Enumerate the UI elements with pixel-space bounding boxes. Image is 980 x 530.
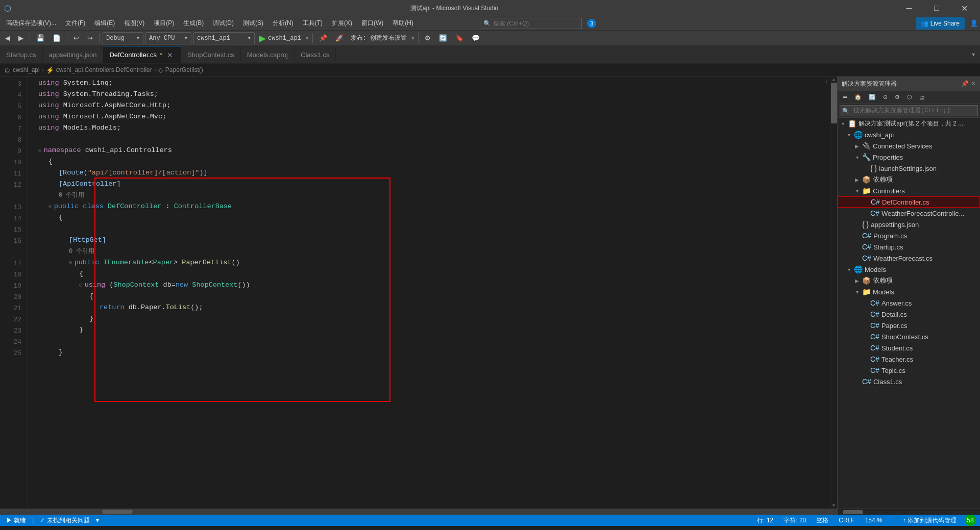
tree-weather-controller[interactable]: ▶ C# WeatherForecastControlle...: [838, 208, 980, 219]
menu-item-view[interactable]: 视图(V): [120, 16, 149, 30]
back-button[interactable]: ◀: [2, 32, 13, 44]
status-no-issues[interactable]: ✓ 未找到相关问题: [38, 516, 91, 525]
menu-item-edit[interactable]: 编辑(E): [90, 16, 119, 30]
collapse-icon-13[interactable]: ⊖: [48, 201, 52, 212]
tree-topic[interactable]: ▶ C# Topic.cs: [838, 365, 980, 376]
publish-dropdown[interactable]: ▾: [411, 34, 415, 42]
forward-button[interactable]: ▶: [15, 32, 27, 44]
tree-paper[interactable]: ▶ C# Paper.cs: [838, 320, 980, 331]
tree-program[interactable]: ▶ C# Program.cs: [838, 230, 980, 241]
run-dropdown-arrow[interactable]: ▾: [305, 34, 309, 42]
save-button[interactable]: 📄: [50, 32, 64, 44]
tree-shopcontext[interactable]: ▶ C# ShopContext.cs: [838, 331, 980, 342]
tab-shopcontext[interactable]: ShopContext.cs: [181, 46, 241, 63]
sidebar-search-input[interactable]: [853, 106, 973, 116]
tab-modelscsproj[interactable]: Models.csproj: [241, 46, 295, 63]
redo-button[interactable]: ↪: [84, 32, 96, 44]
menu-item-tools[interactable]: 工具(T): [299, 16, 327, 30]
tab-defcontroller[interactable]: DefController.cs * ✕: [103, 46, 181, 63]
toolbar-sync-button[interactable]: 🔄: [436, 32, 450, 44]
vertical-scrollbar[interactable]: ▲ ▼: [830, 77, 837, 509]
tree-models-folder[interactable]: ▾ 📁 Models: [838, 286, 980, 297]
toolbar-attach-button[interactable]: 📌: [316, 32, 330, 44]
tree-class1[interactable]: ▶ C# Class1.cs: [838, 376, 980, 387]
close-button[interactable]: ✕: [952, 0, 976, 16]
tree-properties[interactable]: ▾ 🔧 Properties: [838, 152, 980, 163]
status-dropdown-arrow[interactable]: ▾: [96, 517, 99, 524]
platform-dropdown[interactable]: Any CPU ▾: [145, 32, 191, 44]
minimize-button[interactable]: ─: [897, 0, 921, 16]
save-all-button[interactable]: 💾: [33, 32, 47, 44]
status-ready[interactable]: ▶ 就绪: [4, 516, 28, 525]
collapse-icon-17[interactable]: ⊖: [69, 257, 72, 268]
toolbar-bookmark-button[interactable]: 🔖: [452, 32, 467, 44]
sidebar-collapse-btn[interactable]: 🗂: [916, 91, 928, 104]
tree-project-models[interactable]: ▾ 🌐 Models: [838, 264, 980, 275]
tree-solution-root[interactable]: ▾ 📋 解决方案'测试api'(第 2 个项目，共 2 ...: [838, 118, 980, 129]
maximize-button[interactable]: □: [925, 0, 948, 16]
sidebar-back-btn[interactable]: ⬅: [840, 91, 850, 104]
menu-item-advanced-save[interactable]: 高级保存选项(V)...: [2, 16, 60, 30]
menu-item-window[interactable]: 窗口(W): [357, 16, 387, 30]
menu-item-file[interactable]: 文件(F): [61, 16, 89, 30]
config-dropdown[interactable]: Debug ▾: [103, 32, 143, 44]
status-line-ending[interactable]: CRLF: [837, 517, 856, 524]
global-search-input[interactable]: [493, 20, 575, 27]
tree-teacher[interactable]: ▶ C# Teacher.cs: [838, 354, 980, 365]
project-dropdown[interactable]: cwshi_api ▾: [193, 32, 255, 44]
tab-startup[interactable]: Startup.cs: [0, 46, 43, 63]
menu-item-debug[interactable]: 调试(D): [209, 16, 238, 30]
add-source-control-button[interactable]: ↑ 添加到源代码管理: [901, 516, 959, 525]
toolbar-feedback-button[interactable]: 💬: [469, 32, 483, 44]
notification-badge[interactable]: 3: [587, 19, 596, 28]
status-zoom[interactable]: 154 %: [863, 517, 885, 524]
toolbar-publish-button[interactable]: 🚀: [332, 32, 347, 44]
status-space-info[interactable]: 空格: [814, 516, 830, 525]
tree-appsettings[interactable]: ▶ { } appsettings.json: [838, 219, 980, 230]
live-share-button[interactable]: 👥 Live Share: [916, 17, 965, 30]
collapse-icon-9[interactable]: ⊖: [38, 145, 42, 156]
code-editor[interactable]: using System.Linq; using System.Threadin…: [28, 77, 830, 509]
user-avatar[interactable]: 58: [965, 515, 976, 526]
tree-def-controller[interactable]: ▶ C# DefController.cs: [838, 196, 980, 208]
user-icon[interactable]: 👤: [970, 19, 978, 27]
horizontal-scrollbar[interactable]: [0, 509, 837, 515]
undo-button[interactable]: ↩: [70, 32, 82, 44]
sidebar-settings-btn[interactable]: ⚙: [892, 91, 903, 104]
tree-launch-settings[interactable]: ▶ { } launchSettings.json: [838, 163, 980, 174]
status-line-info[interactable]: 行: 12: [755, 516, 775, 525]
sidebar-expand-btn[interactable]: ⬡: [904, 91, 915, 104]
tree-startup[interactable]: ▶ C# Startup.cs: [838, 241, 980, 253]
breadcrumb-namespace[interactable]: cwshi_api.Controllers.DefController: [56, 66, 152, 73]
menu-item-help[interactable]: 帮助(H): [388, 16, 418, 30]
tree-detail[interactable]: ▶ C# Detail.cs: [838, 309, 980, 320]
tree-answer[interactable]: ▶ C# Answer.cs: [838, 297, 980, 309]
sidebar-pin-icon[interactable]: 📌: [961, 80, 969, 87]
menu-item-test[interactable]: 测试(S): [239, 16, 267, 30]
tree-controllers[interactable]: ▾ 📁 Controllers: [838, 185, 980, 196]
sidebar-close-icon[interactable]: ✕: [971, 80, 976, 87]
run-button[interactable]: ▶: [259, 33, 266, 44]
sidebar-home-btn[interactable]: 🏠: [851, 91, 865, 104]
toolbar-settings-button[interactable]: ⚙: [422, 32, 434, 44]
menu-item-analyze[interactable]: 分析(N): [268, 16, 298, 30]
breadcrumb-project[interactable]: cwshi_api: [13, 66, 40, 73]
menu-item-extensions[interactable]: 扩展(X): [328, 16, 356, 30]
menu-item-build[interactable]: 生成(B): [179, 16, 208, 30]
tree-connected-services[interactable]: ▶ 🔌 Connected Services: [838, 140, 980, 152]
tab-class1[interactable]: Class1.cs: [295, 46, 336, 63]
sidebar-scrollbar[interactable]: [838, 509, 980, 515]
tab-appsettings[interactable]: appsettings.json: [43, 46, 104, 63]
menu-item-project[interactable]: 项目(P): [150, 16, 178, 30]
tree-project-cwshi[interactable]: ▾ 🌐 cwshi_api: [838, 129, 980, 140]
sidebar-refresh-btn[interactable]: 🔄: [866, 91, 879, 104]
status-char-info[interactable]: 字符: 20: [781, 516, 808, 525]
tabs-overflow-arrow[interactable]: ▾: [967, 46, 980, 63]
tree-models-dependencies[interactable]: ▶ 📦 依赖项: [838, 275, 980, 286]
tree-dependencies[interactable]: ▶ 📦 依赖项: [838, 174, 980, 185]
tree-weatherforecast[interactable]: ▶ C# WeatherForecast.cs: [838, 253, 980, 264]
breadcrumb-member[interactable]: PaperGetlist(): [165, 66, 203, 73]
sidebar-filter-btn[interactable]: ⊙: [880, 91, 891, 104]
tree-student[interactable]: ▶ C# Student.cs: [838, 342, 980, 354]
collapse-icon-19[interactable]: ⊖: [79, 280, 83, 291]
